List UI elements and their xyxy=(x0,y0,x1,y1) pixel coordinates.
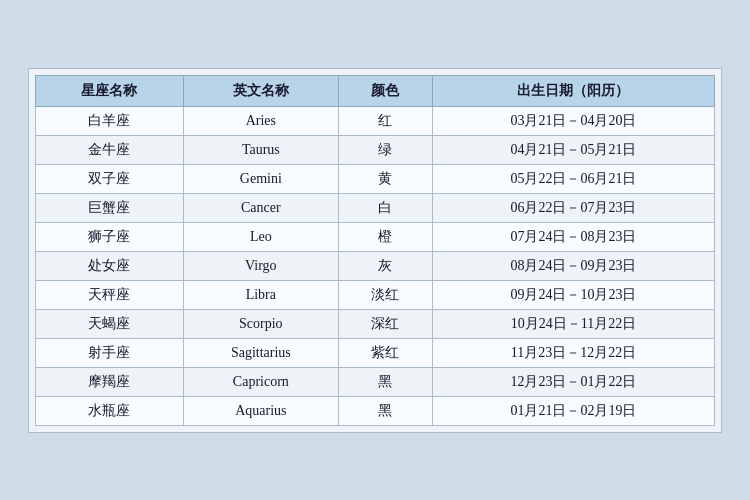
table-row: 射手座Sagittarius紫红11月23日－12月22日 xyxy=(36,338,715,367)
table-cell: 04月21日－05月21日 xyxy=(432,135,714,164)
table-cell: 金牛座 xyxy=(36,135,184,164)
table-cell: Sagittarius xyxy=(183,338,338,367)
table-row: 摩羯座Capricorn黑12月23日－01月22日 xyxy=(36,367,715,396)
table-cell: 07月24日－08月23日 xyxy=(432,222,714,251)
table-cell: 红 xyxy=(338,106,432,135)
table-cell: 射手座 xyxy=(36,338,184,367)
zodiac-table: 星座名称英文名称颜色出生日期（阳历） 白羊座Aries红03月21日－04月20… xyxy=(35,75,715,426)
table-cell: 紫红 xyxy=(338,338,432,367)
table-cell: 11月23日－12月22日 xyxy=(432,338,714,367)
table-row: 天蝎座Scorpio深红10月24日－11月22日 xyxy=(36,309,715,338)
table-cell: 10月24日－11月22日 xyxy=(432,309,714,338)
table-cell: 水瓶座 xyxy=(36,396,184,425)
table-cell: Virgo xyxy=(183,251,338,280)
zodiac-table-wrapper: 星座名称英文名称颜色出生日期（阳历） 白羊座Aries红03月21日－04月20… xyxy=(28,68,722,433)
table-column-header: 英文名称 xyxy=(183,75,338,106)
table-column-header: 颜色 xyxy=(338,75,432,106)
table-cell: 淡红 xyxy=(338,280,432,309)
table-column-header: 出生日期（阳历） xyxy=(432,75,714,106)
table-cell: Leo xyxy=(183,222,338,251)
table-row: 水瓶座Aquarius黑01月21日－02月19日 xyxy=(36,396,715,425)
table-row: 天秤座Libra淡红09月24日－10月23日 xyxy=(36,280,715,309)
table-cell: 深红 xyxy=(338,309,432,338)
table-cell: 08月24日－09月23日 xyxy=(432,251,714,280)
table-cell: Scorpio xyxy=(183,309,338,338)
table-cell: 12月23日－01月22日 xyxy=(432,367,714,396)
table-cell: Gemini xyxy=(183,164,338,193)
table-cell: Libra xyxy=(183,280,338,309)
table-cell: 黑 xyxy=(338,367,432,396)
table-cell: 摩羯座 xyxy=(36,367,184,396)
table-row: 金牛座Taurus绿04月21日－05月21日 xyxy=(36,135,715,164)
table-column-header: 星座名称 xyxy=(36,75,184,106)
table-cell: 狮子座 xyxy=(36,222,184,251)
table-cell: Aquarius xyxy=(183,396,338,425)
table-header-row: 星座名称英文名称颜色出生日期（阳历） xyxy=(36,75,715,106)
table-cell: Aries xyxy=(183,106,338,135)
table-cell: 灰 xyxy=(338,251,432,280)
table-row: 双子座Gemini黄05月22日－06月21日 xyxy=(36,164,715,193)
table-cell: 巨蟹座 xyxy=(36,193,184,222)
table-cell: Capricorn xyxy=(183,367,338,396)
table-cell: 橙 xyxy=(338,222,432,251)
table-cell: 绿 xyxy=(338,135,432,164)
table-row: 处女座Virgo灰08月24日－09月23日 xyxy=(36,251,715,280)
table-cell: 06月22日－07月23日 xyxy=(432,193,714,222)
table-cell: 09月24日－10月23日 xyxy=(432,280,714,309)
table-row: 巨蟹座Cancer白06月22日－07月23日 xyxy=(36,193,715,222)
table-cell: 双子座 xyxy=(36,164,184,193)
table-cell: 处女座 xyxy=(36,251,184,280)
table-cell: 黑 xyxy=(338,396,432,425)
table-cell: 01月21日－02月19日 xyxy=(432,396,714,425)
table-cell: Cancer xyxy=(183,193,338,222)
table-row: 白羊座Aries红03月21日－04月20日 xyxy=(36,106,715,135)
table-cell: Taurus xyxy=(183,135,338,164)
table-cell: 03月21日－04月20日 xyxy=(432,106,714,135)
table-row: 狮子座Leo橙07月24日－08月23日 xyxy=(36,222,715,251)
table-body: 白羊座Aries红03月21日－04月20日金牛座Taurus绿04月21日－0… xyxy=(36,106,715,425)
table-cell: 白 xyxy=(338,193,432,222)
table-cell: 白羊座 xyxy=(36,106,184,135)
table-cell: 05月22日－06月21日 xyxy=(432,164,714,193)
table-cell: 天秤座 xyxy=(36,280,184,309)
table-cell: 天蝎座 xyxy=(36,309,184,338)
table-cell: 黄 xyxy=(338,164,432,193)
